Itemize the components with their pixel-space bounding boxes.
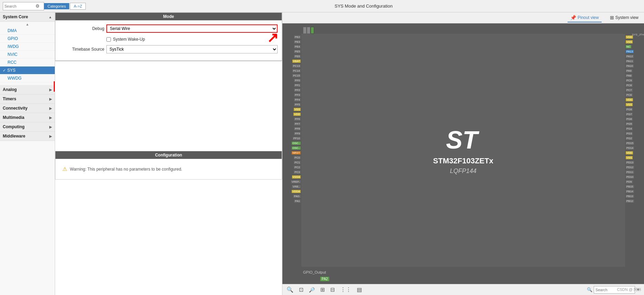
pin-pc15[interactable]: PC15	[282, 73, 301, 78]
pin-pf9[interactable]: PF9	[282, 131, 301, 136]
sidebar-item-rcc[interactable]: RCC	[0, 59, 55, 67]
pin-vdd[interactable]: VDD	[282, 112, 301, 116]
pin-pe6[interactable]: PE6	[282, 54, 301, 59]
pin-pe3[interactable]: PE3	[282, 39, 301, 44]
sidebar-item-wwdg[interactable]: WWDG	[0, 74, 55, 82]
pin-pg4[interactable]: PG4	[625, 126, 644, 131]
top-pin-colored[interactable]	[311, 27, 314, 34]
pin-pb12[interactable]: PB12	[625, 199, 644, 203]
sidebar-item-nvic[interactable]: NVIC	[0, 51, 55, 59]
pin-pc7[interactable]: PC7	[625, 88, 644, 92]
system-wakeup-checkbox[interactable]	[106, 37, 111, 42]
pin-vre[interactable]: VRE..	[282, 184, 301, 189]
pin-vref-[interactable]: VREF-	[282, 179, 301, 184]
table-icon[interactable]: ▤	[357, 286, 362, 293]
pin-pf10[interactable]: PF10	[282, 136, 301, 141]
pin-osc1[interactable]: OSC..	[282, 141, 301, 145]
sidebar-group-middleware[interactable]: Middleware ▶	[0, 132, 55, 141]
debug-select[interactable]: Serial Wire No Debug JTAG (5 pins) JTAG …	[106, 24, 278, 33]
pin-pg7[interactable]: PG7	[625, 112, 644, 116]
pin-pf6[interactable]: PF6	[282, 116, 301, 121]
sidebar-group-computing[interactable]: Computing ▶	[0, 122, 55, 132]
top-pin[interactable]	[307, 27, 310, 34]
sidebar-group-system-core[interactable]: System Core ▲	[0, 12, 55, 22]
pin-vdda[interactable]: VDDA	[282, 189, 301, 194]
pin-pa12[interactable]: PA12	[625, 54, 644, 59]
sidebar-item-gpio[interactable]: GPIO	[0, 35, 55, 43]
sidebar-group-analog[interactable]: Analog ▶	[0, 85, 55, 94]
pin-pf0[interactable]: PF0	[282, 78, 301, 83]
sidebar-item-dma[interactable]: DMA	[0, 27, 55, 35]
pin-pd9[interactable]: PD9	[625, 179, 644, 184]
layers-icon[interactable]: ⊞	[320, 286, 325, 293]
pin-pf4[interactable]: PF4	[282, 97, 301, 102]
pin-pa11[interactable]: PA11	[625, 59, 644, 63]
pin-pg5[interactable]: PG5	[625, 121, 644, 126]
pin-pc0[interactable]: PC0	[282, 155, 301, 160]
pin-pe2[interactable]: PE2	[282, 34, 301, 39]
pin-pc6[interactable]: PC6	[625, 92, 644, 97]
pin-pd14[interactable]: PD14	[625, 145, 644, 150]
pin-pa1[interactable]: PA1	[282, 199, 301, 203]
gear-icon[interactable]: ⚙	[34, 3, 41, 10]
pin-pd10[interactable]: PD10	[625, 174, 644, 179]
pin-pa13[interactable]: PA13	[625, 49, 644, 54]
pin-pd15[interactable]: PD15	[625, 141, 644, 145]
pin-osc2[interactable]: OSC..	[282, 145, 301, 150]
pin-nrst[interactable]: NRST	[282, 150, 301, 155]
pin-pa10[interactable]: PA10	[625, 63, 644, 68]
pin-pf3[interactable]: PF3	[282, 92, 301, 97]
pin-nc[interactable]: NC	[625, 44, 644, 49]
pin-vss-r3[interactable]: VSS	[625, 155, 644, 160]
top-pin[interactable]	[303, 27, 307, 34]
tab-az[interactable]: A->Z	[70, 3, 86, 10]
pin-pg2[interactable]: PG2	[625, 136, 644, 141]
search-box[interactable]: ⚙	[3, 2, 44, 10]
pa2-pin-label[interactable]: PA2	[320, 277, 329, 281]
pin-pc1[interactable]: PC1	[282, 160, 301, 165]
pin-pe5[interactable]: PE5	[282, 49, 301, 54]
pin-pc9[interactable]: PC9	[625, 78, 644, 83]
pin-pc8[interactable]: PC8	[625, 83, 644, 88]
sidebar-item-iwdg[interactable]: IWDG	[0, 43, 55, 51]
sidebar-group-connectivity[interactable]: Connectivity ▶	[0, 104, 55, 113]
pin-vssa[interactable]: VSSA	[282, 174, 301, 179]
tab-categories[interactable]: Categories	[44, 3, 69, 9]
zoom-out-icon[interactable]: 🔎	[309, 287, 315, 293]
pin-vdd-r2[interactable]: VDD	[625, 97, 644, 102]
timebase-select[interactable]: SysTick TIM1 TIM2	[106, 45, 278, 53]
pin-pc14[interactable]: PC14	[282, 68, 301, 73]
pin-pc3[interactable]: PC3	[282, 170, 301, 174]
pin-pe4[interactable]: PE4	[282, 44, 301, 49]
sidebar-group-multimedia[interactable]: Multimedia ▶	[0, 113, 55, 122]
pin-layout-icon[interactable]: ⊟	[330, 286, 335, 293]
pin-pb15[interactable]: PB15	[625, 184, 644, 189]
pin-vss-r2[interactable]: VSS	[625, 102, 644, 107]
pin-pa0[interactable]: PA0-	[282, 194, 301, 199]
pin-vss[interactable]: VSS	[282, 107, 301, 112]
sidebar-group-timers[interactable]: Timers ▶	[0, 94, 55, 104]
tab-system-view[interactable]: ⊞ System view	[607, 13, 641, 22]
pin-pd11[interactable]: PD11	[625, 170, 644, 174]
pin-pg6[interactable]: PG6	[625, 116, 644, 121]
pin-pf2[interactable]: PF2	[282, 88, 301, 92]
pin-pa9[interactable]: PA9	[625, 68, 644, 73]
pin-vss-r[interactable]: VSS	[625, 39, 644, 44]
grid-icon[interactable]: ⋮⋮	[340, 286, 351, 293]
zoom-in-icon[interactable]: 🔍	[287, 286, 293, 293]
pin-pd13[interactable]: PD13	[625, 160, 644, 165]
pin-pg3[interactable]: PG3	[625, 131, 644, 136]
pin-pb13[interactable]: PB13	[625, 194, 644, 199]
pin-pc13[interactable]: PC13	[282, 63, 301, 68]
fit-view-icon[interactable]: ⊡	[299, 286, 303, 293]
sidebar-item-sys[interactable]: ✓ SYS	[0, 67, 55, 74]
pin-pb14[interactable]: PB14	[625, 189, 644, 194]
pin-vbat[interactable]: VBAT	[282, 59, 301, 63]
pin-pf7[interactable]: PF7	[282, 121, 301, 126]
pin-pf8[interactable]: PF8	[282, 126, 301, 131]
pin-pf1[interactable]: PF1	[282, 83, 301, 88]
scroll-up-indicator[interactable]: ▲	[0, 22, 55, 27]
pin-pc2[interactable]: PC2	[282, 165, 301, 170]
pin-pg8[interactable]: PG8	[625, 107, 644, 112]
pin-pa8[interactable]: PA8	[625, 73, 644, 78]
